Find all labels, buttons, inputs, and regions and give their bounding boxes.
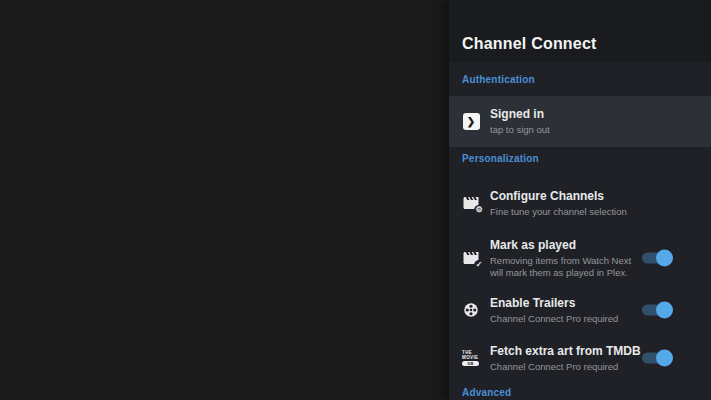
check-badge-icon: ✓: [474, 260, 484, 270]
page-title: Channel Connect: [462, 35, 597, 53]
tmdb-logo-icon: THE MOVIE DB: [462, 348, 480, 368]
setting-subtitle: Fine tune your channel selection: [490, 206, 627, 218]
setting-title: Signed in: [490, 107, 550, 122]
setting-row-enable-trailers[interactable]: Enable Trailers Channel Connect Pro requ…: [449, 289, 711, 331]
setting-subtitle: tap to sign out: [490, 124, 550, 136]
setting-subtitle: Channel Connect Pro required: [490, 361, 642, 373]
enable-trailers-toggle[interactable]: [642, 302, 671, 319]
section-header-advanced: Advanced: [462, 387, 511, 398]
setting-row-mark-as-played[interactable]: ✓ Mark as played Removing items from Wat…: [449, 230, 711, 286]
settings-panel: Channel Connect Authentication ❯ Signed …: [449, 0, 711, 400]
mark-as-played-icon: ✓: [462, 248, 480, 268]
setting-title: Fetch extra art from TMDB: [490, 344, 642, 359]
setting-row-configure-channels[interactable]: ⚙ Configure Channels Fine tune your chan…: [449, 181, 711, 225]
section-header-authentication: Authentication: [462, 74, 535, 85]
fetch-tmdb-art-toggle[interactable]: [642, 350, 671, 367]
plex-signin-icon: ❯: [462, 112, 480, 132]
setting-title: Configure Channels: [490, 189, 627, 204]
setting-row-fetch-tmdb-art[interactable]: THE MOVIE DB Fetch extra art from TMDB C…: [449, 337, 711, 379]
gear-badge-icon: ⚙: [474, 205, 484, 215]
setting-title: Mark as played: [490, 238, 642, 253]
setting-subtitle: Removing items from Watch Next will mark…: [490, 255, 642, 279]
configure-channels-icon: ⚙: [462, 193, 480, 213]
setting-title: Enable Trailers: [490, 296, 642, 311]
setting-subtitle: Channel Connect Pro required: [490, 313, 642, 325]
trailers-reel-icon: [462, 300, 480, 320]
setting-row-signed-in[interactable]: ❯ Signed in tap to sign out: [449, 96, 711, 147]
dimmed-background: [0, 0, 449, 400]
mark-as-played-toggle[interactable]: [642, 250, 671, 267]
section-header-personalization: Personalization: [462, 153, 539, 164]
